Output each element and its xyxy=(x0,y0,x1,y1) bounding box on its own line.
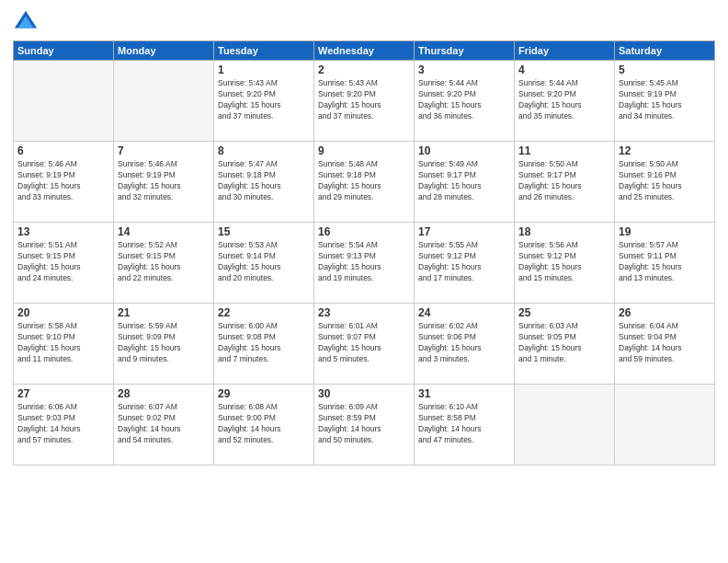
day-header-wednesday: Wednesday xyxy=(314,41,415,61)
day-header-thursday: Thursday xyxy=(415,41,515,61)
calendar-cell: 21Sunrise: 5:59 AM Sunset: 9:09 PM Dayli… xyxy=(114,304,214,385)
calendar-cell: 13Sunrise: 5:51 AM Sunset: 9:15 PM Dayli… xyxy=(14,223,114,304)
day-info: Sunrise: 5:47 AM Sunset: 9:18 PM Dayligh… xyxy=(218,159,310,203)
day-header-sunday: Sunday xyxy=(14,41,114,61)
calendar-cell: 10Sunrise: 5:49 AM Sunset: 9:17 PM Dayli… xyxy=(415,142,515,223)
calendar-week-3: 13Sunrise: 5:51 AM Sunset: 9:15 PM Dayli… xyxy=(14,223,715,304)
day-info: Sunrise: 5:46 AM Sunset: 9:19 PM Dayligh… xyxy=(17,159,109,203)
day-info: Sunrise: 5:56 AM Sunset: 9:12 PM Dayligh… xyxy=(518,240,610,284)
calendar-cell: 15Sunrise: 5:53 AM Sunset: 9:14 PM Dayli… xyxy=(214,223,314,304)
day-number: 24 xyxy=(418,306,510,319)
day-number: 12 xyxy=(619,144,711,157)
day-number: 21 xyxy=(118,306,210,319)
day-header-monday: Monday xyxy=(114,41,214,61)
calendar-cell: 19Sunrise: 5:57 AM Sunset: 9:11 PM Dayli… xyxy=(615,223,715,304)
logo-icon xyxy=(13,9,39,35)
day-info: Sunrise: 5:55 AM Sunset: 9:12 PM Dayligh… xyxy=(418,240,510,284)
calendar-cell: 12Sunrise: 5:50 AM Sunset: 9:16 PM Dayli… xyxy=(615,142,715,223)
calendar-cell: 28Sunrise: 6:07 AM Sunset: 9:02 PM Dayli… xyxy=(114,385,214,465)
day-number: 2 xyxy=(318,63,410,76)
day-info: Sunrise: 5:45 AM Sunset: 9:19 PM Dayligh… xyxy=(619,78,711,122)
day-number: 20 xyxy=(17,306,109,319)
day-number: 11 xyxy=(518,144,610,157)
day-info: Sunrise: 5:51 AM Sunset: 9:15 PM Dayligh… xyxy=(17,240,109,284)
calendar-cell: 31Sunrise: 6:10 AM Sunset: 8:58 PM Dayli… xyxy=(415,385,515,465)
day-number: 16 xyxy=(318,225,410,238)
day-number: 5 xyxy=(619,63,711,76)
calendar-cell: 30Sunrise: 6:09 AM Sunset: 8:59 PM Dayli… xyxy=(314,385,415,465)
day-number: 23 xyxy=(318,306,410,319)
calendar-cell: 16Sunrise: 5:54 AM Sunset: 9:13 PM Dayli… xyxy=(314,223,415,304)
day-info: Sunrise: 5:59 AM Sunset: 9:09 PM Dayligh… xyxy=(118,321,210,365)
calendar-cell xyxy=(615,385,715,465)
day-header-saturday: Saturday xyxy=(615,41,715,61)
header xyxy=(13,9,715,35)
day-info: Sunrise: 5:48 AM Sunset: 9:18 PM Dayligh… xyxy=(318,159,410,203)
calendar-cell: 23Sunrise: 6:01 AM Sunset: 9:07 PM Dayli… xyxy=(314,304,415,385)
day-number: 15 xyxy=(218,225,310,238)
day-number: 8 xyxy=(218,144,310,157)
calendar-week-5: 27Sunrise: 6:06 AM Sunset: 9:03 PM Dayli… xyxy=(14,385,715,465)
day-number: 30 xyxy=(318,387,410,400)
day-info: Sunrise: 5:57 AM Sunset: 9:11 PM Dayligh… xyxy=(619,240,711,284)
day-info: Sunrise: 5:43 AM Sunset: 9:20 PM Dayligh… xyxy=(218,78,310,122)
day-info: Sunrise: 5:58 AM Sunset: 9:10 PM Dayligh… xyxy=(17,321,109,365)
day-number: 28 xyxy=(118,387,210,400)
calendar-cell: 4Sunrise: 5:44 AM Sunset: 9:20 PM Daylig… xyxy=(515,61,615,142)
calendar-cell: 18Sunrise: 5:56 AM Sunset: 9:12 PM Dayli… xyxy=(515,223,615,304)
day-info: Sunrise: 5:52 AM Sunset: 9:15 PM Dayligh… xyxy=(118,240,210,284)
calendar-cell xyxy=(14,61,114,142)
calendar-cell: 6Sunrise: 5:46 AM Sunset: 9:19 PM Daylig… xyxy=(14,142,114,223)
day-info: Sunrise: 5:44 AM Sunset: 9:20 PM Dayligh… xyxy=(518,78,610,122)
day-info: Sunrise: 5:44 AM Sunset: 9:20 PM Dayligh… xyxy=(418,78,510,122)
day-number: 22 xyxy=(218,306,310,319)
day-number: 9 xyxy=(318,144,410,157)
calendar-cell: 14Sunrise: 5:52 AM Sunset: 9:15 PM Dayli… xyxy=(114,223,214,304)
day-info: Sunrise: 5:50 AM Sunset: 9:16 PM Dayligh… xyxy=(619,159,711,203)
day-info: Sunrise: 5:54 AM Sunset: 9:13 PM Dayligh… xyxy=(318,240,410,284)
calendar-week-1: 1Sunrise: 5:43 AM Sunset: 9:20 PM Daylig… xyxy=(14,61,715,142)
calendar-cell: 22Sunrise: 6:00 AM Sunset: 9:08 PM Dayli… xyxy=(214,304,314,385)
calendar-cell xyxy=(515,385,615,465)
calendar-cell: 1Sunrise: 5:43 AM Sunset: 9:20 PM Daylig… xyxy=(214,61,314,142)
calendar-cell: 3Sunrise: 5:44 AM Sunset: 9:20 PM Daylig… xyxy=(415,61,515,142)
day-header-friday: Friday xyxy=(515,41,615,61)
day-info: Sunrise: 6:06 AM Sunset: 9:03 PM Dayligh… xyxy=(17,402,109,446)
day-info: Sunrise: 6:04 AM Sunset: 9:04 PM Dayligh… xyxy=(619,321,711,365)
day-number: 3 xyxy=(418,63,510,76)
day-number: 26 xyxy=(619,306,711,319)
day-info: Sunrise: 6:07 AM Sunset: 9:02 PM Dayligh… xyxy=(118,402,210,446)
day-number: 1 xyxy=(218,63,310,76)
day-number: 10 xyxy=(418,144,510,157)
day-number: 14 xyxy=(118,225,210,238)
calendar-cell xyxy=(114,61,214,142)
day-number: 19 xyxy=(619,225,711,238)
page: SundayMondayTuesdayWednesdayThursdayFrid… xyxy=(0,0,728,563)
day-info: Sunrise: 6:08 AM Sunset: 9:00 PM Dayligh… xyxy=(218,402,310,446)
calendar-week-4: 20Sunrise: 5:58 AM Sunset: 9:10 PM Dayli… xyxy=(14,304,715,385)
calendar-cell: 26Sunrise: 6:04 AM Sunset: 9:04 PM Dayli… xyxy=(615,304,715,385)
day-number: 13 xyxy=(17,225,109,238)
calendar-cell: 5Sunrise: 5:45 AM Sunset: 9:19 PM Daylig… xyxy=(615,61,715,142)
day-number: 6 xyxy=(17,144,109,157)
calendar-cell: 29Sunrise: 6:08 AM Sunset: 9:00 PM Dayli… xyxy=(214,385,314,465)
calendar-week-2: 6Sunrise: 5:46 AM Sunset: 9:19 PM Daylig… xyxy=(14,142,715,223)
logo xyxy=(13,9,40,35)
day-info: Sunrise: 6:09 AM Sunset: 8:59 PM Dayligh… xyxy=(318,402,410,446)
day-info: Sunrise: 5:49 AM Sunset: 9:17 PM Dayligh… xyxy=(418,159,510,203)
day-info: Sunrise: 5:50 AM Sunset: 9:17 PM Dayligh… xyxy=(518,159,610,203)
calendar-cell: 7Sunrise: 5:46 AM Sunset: 9:19 PM Daylig… xyxy=(114,142,214,223)
day-info: Sunrise: 5:43 AM Sunset: 9:20 PM Dayligh… xyxy=(318,78,410,122)
calendar-cell: 11Sunrise: 5:50 AM Sunset: 9:17 PM Dayli… xyxy=(515,142,615,223)
day-number: 27 xyxy=(17,387,109,400)
calendar: SundayMondayTuesdayWednesdayThursdayFrid… xyxy=(13,40,715,465)
calendar-cell: 8Sunrise: 5:47 AM Sunset: 9:18 PM Daylig… xyxy=(214,142,314,223)
day-number: 4 xyxy=(518,63,610,76)
calendar-cell: 25Sunrise: 6:03 AM Sunset: 9:05 PM Dayli… xyxy=(515,304,615,385)
calendar-header-row: SundayMondayTuesdayWednesdayThursdayFrid… xyxy=(14,41,715,61)
calendar-cell: 17Sunrise: 5:55 AM Sunset: 9:12 PM Dayli… xyxy=(415,223,515,304)
day-info: Sunrise: 6:10 AM Sunset: 8:58 PM Dayligh… xyxy=(418,402,510,446)
day-info: Sunrise: 5:53 AM Sunset: 9:14 PM Dayligh… xyxy=(218,240,310,284)
calendar-cell: 24Sunrise: 6:02 AM Sunset: 9:06 PM Dayli… xyxy=(415,304,515,385)
calendar-cell: 27Sunrise: 6:06 AM Sunset: 9:03 PM Dayli… xyxy=(14,385,114,465)
